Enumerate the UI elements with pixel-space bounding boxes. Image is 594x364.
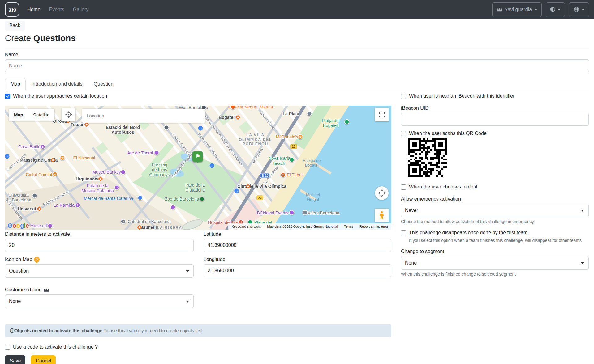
info-icon: ⓘ <box>10 328 15 333</box>
map-poi-pin <box>303 210 308 215</box>
report-map-error-link[interactable]: Report a map error <box>359 225 388 228</box>
map-poi-pin <box>170 205 176 210</box>
disappears-checkbox-row: This challenge disappears once done by t… <box>401 230 589 235</box>
road-shield: 22 <box>257 196 263 200</box>
page-title-prefix: Create <box>5 33 31 43</box>
map-poi-pin <box>32 193 37 198</box>
latitude-label: Latitude <box>204 231 391 237</box>
customized-icon-label: Customized icon <box>5 287 41 293</box>
left-column: When the user approaches certain locatio… <box>5 93 391 364</box>
ibeacon-uid-input[interactable] <box>401 113 589 126</box>
shield-icon <box>550 7 555 12</box>
challenge-location-marker[interactable]: ⚑ <box>192 151 203 162</box>
map-poi-pin <box>199 196 204 201</box>
globe-icon <box>574 7 579 12</box>
question-map-pin-icon: ? <box>34 257 40 262</box>
brand-logo[interactable]: m <box>5 2 19 17</box>
tab-map[interactable]: Map <box>5 78 26 90</box>
approach-location-label: When the user approaches certain locatio… <box>13 93 107 99</box>
nav-link-gallery[interactable]: Gallery <box>73 7 89 12</box>
nav-links: Home Events Gallery <box>27 7 88 12</box>
customized-icon-select[interactable]: None <box>5 294 194 308</box>
tab-question[interactable]: Question <box>88 78 119 90</box>
emergency-select[interactable]: Never <box>401 204 589 217</box>
navbar: m Home Events Gallery xavi guardia <box>0 0 594 19</box>
crown-icon <box>43 288 49 292</box>
map-location-search-input[interactable] <box>82 109 205 123</box>
nav-right: xavi guardia <box>492 2 589 17</box>
pan-arrows-icon <box>378 189 386 197</box>
map-poi-pin <box>154 150 159 155</box>
satellite-view-button[interactable]: Satellite <box>28 112 54 117</box>
customized-icon-value: None <box>9 298 21 304</box>
road-shield: 23 <box>290 144 297 149</box>
nav-link-home[interactable]: Home <box>27 7 41 12</box>
map-park <box>239 121 252 134</box>
map-poi-pin <box>138 195 143 201</box>
map-view-button[interactable]: Map <box>9 112 28 117</box>
map-poi-pin <box>230 106 235 110</box>
map-poi-pin <box>289 157 294 163</box>
street-view-pegman-button[interactable] <box>375 209 389 222</box>
map-park <box>115 128 130 143</box>
tab-introduction-and-details[interactable]: Introduction and details <box>26 78 88 90</box>
map-attribution: Keyboard shortcuts Map data ©2026 Google… <box>228 223 391 230</box>
map-poi-pin: ♪ <box>114 185 120 190</box>
disappears-checkbox[interactable] <box>401 230 406 235</box>
keyboard-shortcuts-link[interactable]: Keyboard shortcuts <box>231 225 261 228</box>
segment-value: None <box>405 260 417 266</box>
map-poi-pin: ♜ <box>40 144 45 150</box>
alert-bold-text: Objects needed to activate this challeng… <box>15 328 102 333</box>
map-poi-pin: Ψ <box>60 155 65 160</box>
latitude-input[interactable] <box>204 239 391 252</box>
cancel-button[interactable]: Cancel <box>31 355 56 364</box>
map-poi-pin: † <box>75 202 80 208</box>
ibeacon-uid-label: iBeacon UID <box>401 105 589 111</box>
longitude-input[interactable] <box>204 264 391 277</box>
map-poi-pin: Ψ <box>281 172 286 177</box>
icon-on-map-value: Question <box>9 268 29 274</box>
emergency-label: Allow emergency activation <box>401 196 589 202</box>
right-column: When user is near an iBeacon with this i… <box>401 93 589 364</box>
nav-link-events[interactable]: Events <box>49 7 64 12</box>
back-button[interactable]: Back <box>5 21 25 31</box>
divider <box>5 48 589 48</box>
approach-location-checkbox[interactable] <box>5 94 10 99</box>
my-location-button[interactable] <box>62 108 75 121</box>
distance-input[interactable] <box>5 239 194 252</box>
language-menu-button[interactable] <box>569 2 589 17</box>
icon-on-map-select[interactable]: Question <box>5 264 194 278</box>
page-content: Back Create Questions Name Map Introduct… <box>0 19 594 364</box>
metro-station-icon <box>246 184 251 189</box>
map-poi-pin <box>121 169 126 175</box>
map-poi-pin <box>164 125 169 130</box>
disappears-checkbox-label: This challenge disappears once done by t… <box>409 230 527 235</box>
direction-arrow-icon: → <box>197 125 204 131</box>
chooses-checkbox[interactable] <box>401 184 406 190</box>
save-button[interactable]: Save <box>5 355 25 364</box>
map-poi-pin: Ψ <box>53 172 58 177</box>
brand-letter: m <box>8 5 16 14</box>
direction-arrow-icon: → <box>5 153 11 159</box>
segment-select[interactable]: None <box>401 256 589 270</box>
terms-link[interactable]: Terms <box>344 225 353 228</box>
crosshair-icon <box>65 111 72 118</box>
user-menu-button[interactable]: xavi guardia <box>492 2 542 17</box>
qr-code-image <box>407 137 448 178</box>
map-canvas[interactable]: ⚑ Map Satellite <box>5 106 391 230</box>
metro-station-icon <box>50 158 55 163</box>
ibeacon-checkbox[interactable] <box>401 94 406 99</box>
qr-checkbox-label: When the user scans this QR Code <box>409 131 487 136</box>
qr-checkbox[interactable] <box>401 131 406 136</box>
name-input[interactable] <box>5 59 589 72</box>
name-label: Name <box>5 52 589 57</box>
use-code-checkbox[interactable] <box>5 345 10 350</box>
map-poi-pin <box>307 111 312 116</box>
pan-map-button[interactable] <box>375 186 389 200</box>
segment-label: Change to segment <box>401 249 589 254</box>
map-label: El Nacional <box>73 155 95 160</box>
metro-station-icon <box>235 115 240 120</box>
admin-menu-button[interactable] <box>546 2 565 17</box>
fullscreen-button[interactable] <box>375 108 389 121</box>
objects-needed-alert: ⓘObjects needed to activate this challen… <box>5 324 391 337</box>
